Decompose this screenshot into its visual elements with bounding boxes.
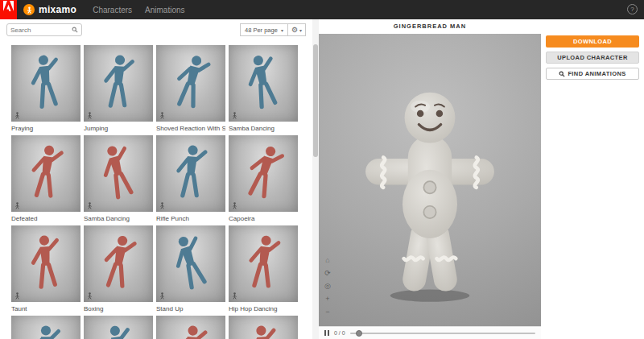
character-figure — [23, 230, 68, 297]
animation-name: Jumping — [84, 122, 153, 132]
animation-card[interactable]: Taunt — [11, 225, 80, 316]
animation-thumbnail[interactable] — [229, 45, 298, 122]
animation-card[interactable] — [229, 316, 298, 339]
animation-thumbnail[interactable] — [11, 316, 80, 339]
character-title: GINGERBREAD MAN — [319, 19, 541, 34]
animation-type-icon — [231, 112, 238, 119]
search-input[interactable] — [10, 27, 72, 34]
mixamo-logo-icon — [23, 4, 35, 15]
playback-bar: 0 / 0 — [319, 326, 541, 339]
character-figure — [240, 320, 287, 339]
upload-character-button[interactable]: UPLOAD CHARACTER — [546, 52, 639, 64]
timeline-knob[interactable] — [356, 330, 362, 337]
animation-type-icon — [159, 202, 166, 209]
frame-counter: 0 / 0 — [334, 330, 345, 336]
find-animations-button[interactable]: FIND ANIMATIONS — [546, 68, 639, 80]
timeline-slider[interactable] — [350, 333, 535, 334]
top-bar: mixamo Characters Animations ? — [0, 0, 644, 19]
animation-thumbnail[interactable] — [229, 316, 298, 339]
character-figure — [233, 136, 293, 210]
download-button[interactable]: DOWNLOAD — [546, 35, 639, 48]
animation-thumbnail[interactable] — [84, 135, 153, 212]
animation-thumbnail[interactable] — [84, 225, 153, 302]
animation-thumbnail[interactable] — [156, 225, 225, 302]
animation-card[interactable]: Boxing — [84, 225, 153, 316]
home-icon[interactable]: ⌂ — [323, 255, 332, 265]
animation-type-icon — [86, 292, 93, 300]
character-figure — [163, 47, 219, 119]
chevron-down-icon: ▾ — [281, 27, 283, 33]
zoom-in-icon[interactable]: + — [323, 294, 332, 304]
animation-card[interactable]: Stand Up — [156, 225, 225, 316]
gingerbread-model[interactable] — [355, 86, 506, 305]
animation-type-icon — [14, 112, 21, 119]
animation-thumbnail[interactable] — [11, 225, 80, 302]
per-page-value: 48 Per page — [245, 27, 278, 34]
help-icon[interactable]: ? — [627, 4, 638, 14]
animation-thumbnail[interactable] — [84, 316, 153, 339]
character-figure — [238, 229, 287, 299]
animation-name: Samba Dancing — [229, 122, 298, 132]
character-figure — [21, 138, 72, 208]
animation-card[interactable] — [156, 316, 225, 339]
search-icon — [559, 71, 565, 77]
character-viewer: GINGERBREAD MAN — [319, 19, 541, 339]
animation-thumbnail[interactable] — [229, 225, 298, 302]
animation-name: Rifle Punch — [156, 212, 225, 222]
animation-card[interactable]: Praying — [11, 45, 80, 135]
animation-name: Boxing — [84, 302, 153, 312]
animation-name: Capoeira — [229, 212, 298, 222]
animation-thumbnail[interactable] — [11, 135, 80, 212]
character-figure — [167, 320, 215, 339]
adobe-logo-icon[interactable] — [0, 0, 17, 19]
nav-characters[interactable]: Characters — [93, 6, 132, 14]
target-icon[interactable]: ◎ — [323, 281, 332, 291]
zoom-out-icon[interactable]: − — [323, 307, 332, 316]
animation-thumbnail[interactable] — [229, 135, 298, 212]
character-figure — [236, 48, 290, 119]
adobe-a-icon — [3, 0, 14, 12]
animation-thumbnail[interactable] — [11, 45, 80, 122]
animation-card[interactable]: Samba Dancing — [84, 135, 153, 225]
animation-thumbnail[interactable] — [84, 45, 153, 122]
settings-button[interactable]: ⚙ ▾ — [288, 23, 306, 36]
animation-card[interactable]: Defeated — [11, 135, 80, 225]
orbit-icon[interactable]: ⟳ — [323, 268, 332, 278]
animation-type-icon — [86, 202, 93, 209]
animation-name: Praying — [11, 122, 80, 132]
animation-card[interactable]: Rifle Punch — [156, 135, 225, 225]
character-figure — [95, 50, 141, 117]
character-figure — [167, 139, 215, 207]
pause-button[interactable] — [324, 330, 329, 336]
gear-icon: ⚙ — [291, 26, 298, 34]
animation-type-icon — [159, 292, 166, 300]
character-figure — [161, 226, 221, 300]
animation-type-icon — [86, 112, 93, 119]
main-nav: Characters Animations — [93, 6, 184, 14]
animation-thumbnail[interactable] — [156, 45, 225, 122]
animation-card[interactable]: Samba Dancing — [229, 45, 298, 135]
animation-card[interactable]: Hip Hop Dancing — [229, 225, 298, 316]
animation-thumbnail[interactable] — [156, 135, 225, 212]
animation-thumbnail[interactable] — [156, 316, 225, 339]
animation-name: Taunt — [11, 302, 80, 312]
animation-type-icon — [231, 292, 238, 300]
animation-name: Defeated — [11, 212, 80, 222]
panel-scrollbar[interactable] — [312, 19, 319, 339]
animation-type-icon — [14, 292, 21, 300]
animation-card[interactable]: Jumping — [84, 45, 153, 135]
animation-card[interactable] — [11, 316, 80, 339]
animation-card[interactable] — [84, 316, 153, 339]
mixamo-logo[interactable]: mixamo — [23, 4, 76, 15]
animations-panel: 48 Per page ▾ ⚙ ▾ Praying — [0, 19, 312, 339]
action-sidebar: DOWNLOAD UPLOAD CHARACTER FIND ANIMATION… — [541, 19, 644, 339]
animation-name: Shoved Reaction With Spin — [156, 122, 225, 132]
search-box[interactable] — [6, 23, 82, 36]
animation-card[interactable]: Capoeira — [229, 135, 298, 225]
search-icon — [72, 27, 78, 33]
viewer-stage[interactable]: ⌂⟳◎+− — [319, 34, 541, 326]
animation-card[interactable]: Shoved Reaction With Spin — [156, 45, 225, 135]
nav-animations[interactable]: Animations — [145, 6, 184, 14]
per-page-select[interactable]: 48 Per page ▾ — [240, 23, 288, 36]
scrollbar-thumb[interactable] — [313, 44, 318, 157]
